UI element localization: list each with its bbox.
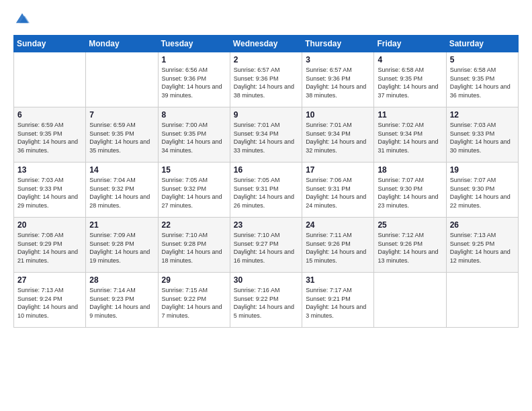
calendar-cell: 19Sunrise: 7:07 AMSunset: 9:30 PMDayligh… [446,163,518,218]
day-info: Sunrise: 7:02 AMSunset: 9:34 PMDaylight:… [378,121,442,154]
day-number: 23 [234,220,298,230]
day-info: Sunrise: 7:16 AMSunset: 9:22 PMDaylight:… [234,286,298,320]
calendar-cell: 24Sunrise: 7:11 AMSunset: 9:26 PMDayligh… [302,218,374,273]
calendar-cell: 14Sunrise: 7:04 AMSunset: 9:32 PMDayligh… [86,163,158,218]
day-info: Sunrise: 7:13 AMSunset: 9:24 PMDaylight:… [17,286,82,320]
calendar-cell: 16Sunrise: 7:05 AMSunset: 9:31 PMDayligh… [230,163,302,218]
weekday-header: Friday [374,36,446,52]
day-info: Sunrise: 6:58 AMSunset: 9:35 PMDaylight:… [378,66,442,99]
day-info: Sunrise: 6:57 AMSunset: 9:36 PMDaylight:… [234,66,298,99]
calendar-cell: 26Sunrise: 7:13 AMSunset: 9:25 PMDayligh… [446,218,518,273]
calendar-cell: 9Sunrise: 7:01 AMSunset: 9:34 PMDaylight… [230,107,302,163]
calendar-cell: 23Sunrise: 7:10 AMSunset: 9:27 PMDayligh… [230,218,302,273]
calendar-header-row: SundayMondayTuesdayWednesdayThursdayFrid… [14,36,519,52]
day-number: 14 [89,165,154,175]
weekday-header: Saturday [446,36,518,52]
day-info: Sunrise: 6:56 AMSunset: 9:36 PMDaylight:… [162,66,226,99]
calendar-cell: 18Sunrise: 7:07 AMSunset: 9:30 PMDayligh… [374,163,446,218]
day-number: 4 [378,55,442,64]
day-number: 21 [89,220,154,230]
day-number: 9 [234,110,298,120]
day-info: Sunrise: 7:05 AMSunset: 9:31 PMDaylight:… [234,176,298,210]
calendar-cell: 4Sunrise: 6:58 AMSunset: 9:35 PMDaylight… [374,52,446,107]
day-number: 3 [306,55,370,64]
day-info: Sunrise: 7:03 AMSunset: 9:33 PMDaylight:… [450,121,515,154]
day-info: Sunrise: 7:07 AMSunset: 9:30 PMDaylight:… [450,176,515,210]
day-info: Sunrise: 7:06 AMSunset: 9:31 PMDaylight:… [306,176,370,210]
calendar-week-row: 27Sunrise: 7:13 AMSunset: 9:24 PMDayligh… [14,273,519,328]
calendar-week-row: 6Sunrise: 6:59 AMSunset: 9:35 PMDaylight… [14,107,519,163]
calendar-cell [86,52,158,107]
day-number: 15 [162,165,226,175]
calendar: SundayMondayTuesdayWednesdayThursdayFrid… [13,35,519,328]
day-number: 22 [162,220,226,230]
weekday-header: Tuesday [158,36,230,52]
weekday-header: Wednesday [230,36,302,52]
calendar-cell: 22Sunrise: 7:10 AMSunset: 9:28 PMDayligh… [158,218,230,273]
day-info: Sunrise: 7:10 AMSunset: 9:28 PMDaylight:… [162,231,226,265]
day-number: 11 [378,110,442,120]
day-info: Sunrise: 7:12 AMSunset: 9:26 PMDaylight:… [378,231,442,265]
day-info: Sunrise: 7:14 AMSunset: 9:23 PMDaylight:… [89,286,154,320]
day-info: Sunrise: 6:57 AMSunset: 9:36 PMDaylight:… [306,66,370,99]
day-number: 1 [162,55,226,64]
day-number: 16 [234,165,298,175]
calendar-cell: 30Sunrise: 7:16 AMSunset: 9:22 PMDayligh… [230,273,302,328]
logo-block [13,11,30,28]
calendar-cell [374,273,446,328]
calendar-cell: 29Sunrise: 7:15 AMSunset: 9:22 PMDayligh… [158,273,230,328]
calendar-cell: 1Sunrise: 6:56 AMSunset: 9:36 PMDaylight… [158,52,230,107]
calendar-cell: 8Sunrise: 7:00 AMSunset: 9:35 PMDaylight… [158,107,230,163]
day-info: Sunrise: 7:04 AMSunset: 9:32 PMDaylight:… [89,176,154,210]
calendar-cell [446,273,518,328]
calendar-cell: 11Sunrise: 7:02 AMSunset: 9:34 PMDayligh… [374,107,446,163]
calendar-cell: 27Sunrise: 7:13 AMSunset: 9:24 PMDayligh… [14,273,86,328]
day-number: 26 [450,220,515,230]
day-number: 17 [306,165,370,175]
logo [13,11,30,28]
calendar-cell: 5Sunrise: 6:58 AMSunset: 9:35 PMDaylight… [446,52,518,107]
weekday-header: Thursday [302,36,374,52]
day-info: Sunrise: 7:08 AMSunset: 9:29 PMDaylight:… [17,231,82,265]
page: SundayMondayTuesdayWednesdayThursdayFrid… [0,0,532,411]
calendar-cell: 17Sunrise: 7:06 AMSunset: 9:31 PMDayligh… [302,163,374,218]
calendar-cell: 28Sunrise: 7:14 AMSunset: 9:23 PMDayligh… [86,273,158,328]
day-info: Sunrise: 7:05 AMSunset: 9:32 PMDaylight:… [162,176,226,210]
day-number: 31 [306,275,370,285]
day-number: 20 [17,220,82,230]
day-number: 8 [162,110,226,120]
calendar-cell: 6Sunrise: 6:59 AMSunset: 9:35 PMDaylight… [14,107,86,163]
day-info: Sunrise: 7:03 AMSunset: 9:33 PMDaylight:… [17,176,82,210]
day-info: Sunrise: 6:59 AMSunset: 9:35 PMDaylight:… [17,121,82,154]
calendar-week-row: 20Sunrise: 7:08 AMSunset: 9:29 PMDayligh… [14,218,519,273]
day-info: Sunrise: 7:07 AMSunset: 9:30 PMDaylight:… [378,176,442,210]
day-info: Sunrise: 7:01 AMSunset: 9:34 PMDaylight:… [234,121,298,154]
logo-icon [15,11,30,26]
calendar-cell: 21Sunrise: 7:09 AMSunset: 9:28 PMDayligh… [86,218,158,273]
day-info: Sunrise: 6:59 AMSunset: 9:35 PMDaylight:… [89,121,154,154]
calendar-cell: 31Sunrise: 7:17 AMSunset: 9:21 PMDayligh… [302,273,374,328]
day-info: Sunrise: 7:00 AMSunset: 9:35 PMDaylight:… [162,121,226,154]
header [13,11,519,28]
day-info: Sunrise: 7:09 AMSunset: 9:28 PMDaylight:… [89,231,154,265]
day-number: 18 [378,165,442,175]
day-info: Sunrise: 7:15 AMSunset: 9:22 PMDaylight:… [162,286,226,320]
calendar-cell: 13Sunrise: 7:03 AMSunset: 9:33 PMDayligh… [14,163,86,218]
day-number: 30 [234,275,298,285]
day-number: 2 [234,55,298,64]
day-number: 29 [162,275,226,285]
calendar-week-row: 13Sunrise: 7:03 AMSunset: 9:33 PMDayligh… [14,163,519,218]
day-number: 25 [378,220,442,230]
weekday-header: Monday [86,36,158,52]
day-info: Sunrise: 7:10 AMSunset: 9:27 PMDaylight:… [234,231,298,265]
weekday-header: Sunday [14,36,86,52]
day-info: Sunrise: 7:01 AMSunset: 9:34 PMDaylight:… [306,121,370,154]
day-number: 7 [89,110,154,120]
day-number: 27 [17,275,82,285]
day-number: 24 [306,220,370,230]
day-info: Sunrise: 7:13 AMSunset: 9:25 PMDaylight:… [450,231,515,265]
day-number: 28 [89,275,154,285]
calendar-cell: 10Sunrise: 7:01 AMSunset: 9:34 PMDayligh… [302,107,374,163]
day-number: 6 [17,110,82,120]
day-number: 13 [17,165,82,175]
